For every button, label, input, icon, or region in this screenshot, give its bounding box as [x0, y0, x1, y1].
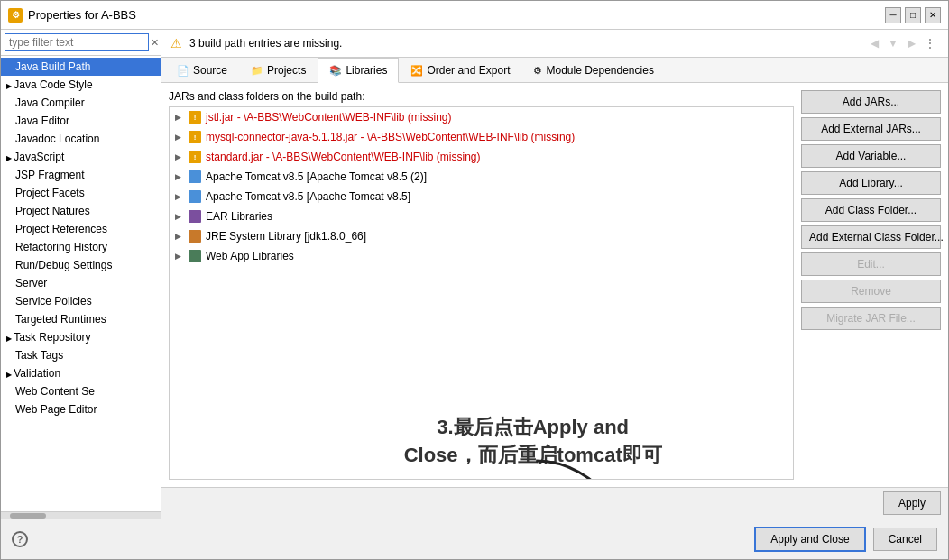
- cancel-button[interactable]: Cancel: [873, 528, 937, 551]
- apply-button[interactable]: Apply: [883, 491, 941, 515]
- jar-item-tomcat-v85-2[interactable]: ▶Apache Tomcat v8.5 [Apache Tomcat v8.5]: [170, 187, 793, 207]
- jar-text-mysql-connector: mysql-connector-java-5.1.18.jar - \A-BBS…: [206, 131, 575, 143]
- sidebar-item-targeted-runtimes[interactable]: Targeted Runtimes: [1, 310, 161, 328]
- expand-icon: ▶: [175, 133, 184, 142]
- jar-item-web-app-libs[interactable]: ▶Web App Libraries: [170, 246, 793, 266]
- jar-item-standard-jar[interactable]: ▶!standard.jar - \A-BBS\WebContent\WEB-I…: [170, 147, 793, 167]
- migrate-jar-file-button[interactable]: Migrate JAR File...: [801, 307, 941, 330]
- jar-text-tomcat-v85-1: Apache Tomcat v8.5 [Apache Tomcat v8.5 (…: [206, 170, 427, 183]
- panel-label: JARs and class folders on the build path…: [169, 90, 794, 103]
- expand-icon: ▶: [175, 192, 184, 201]
- remove-button[interactable]: Remove: [801, 280, 941, 303]
- sidebar-item-java-build-path[interactable]: Java Build Path: [1, 58, 161, 76]
- sidebar-item-javascript[interactable]: JavaScript: [1, 148, 161, 166]
- help-button[interactable]: ?: [12, 531, 28, 547]
- panel-right: Add JARs... Add External JARs... Add Var…: [801, 90, 941, 480]
- sidebar-item-java-code-style[interactable]: Java Code Style: [1, 76, 161, 94]
- add-library-button[interactable]: Add Library...: [801, 171, 941, 195]
- build-path-content: 📄Source📁Projects📚Libraries🔀Order and Exp…: [161, 58, 948, 487]
- add-external-class-folder-button[interactable]: Add External Class Folder...: [801, 225, 941, 249]
- sidebar-item-web-page-editor[interactable]: Web Page Editor: [1, 400, 161, 418]
- sidebar-item-task-repository[interactable]: Task Repository: [1, 328, 161, 346]
- main-content: ✕ Java Build PathJava Code StyleJava Com…: [1, 30, 948, 519]
- nav-down-button[interactable]: ▼: [884, 35, 902, 51]
- sidebar-item-server[interactable]: Server: [1, 274, 161, 292]
- jar-item-jre-system[interactable]: ▶JRE System Library [jdk1.8.0_66]: [170, 226, 793, 246]
- jar-item-jstl-jar[interactable]: ▶!jstl.jar - \A-BBS\WebContent\WEB-INF\l…: [170, 107, 793, 127]
- sidebar-list: Java Build PathJava Code StyleJava Compi…: [1, 56, 161, 511]
- tab-label-source: Source: [193, 64, 227, 77]
- sidebar-item-task-tags[interactable]: Task Tags: [1, 346, 161, 364]
- bottom-left: ?: [12, 531, 28, 547]
- properties-window: ⚙ Properties for A-BBS ─ □ ✕ ✕ Java Buil…: [0, 0, 949, 560]
- add-external-jars-button[interactable]: Add External JARs...: [801, 117, 941, 141]
- sidebar-item-java-compiler[interactable]: Java Compiler: [1, 94, 161, 112]
- jar-text-tomcat-v85-2: Apache Tomcat v8.5 [Apache Tomcat v8.5]: [206, 190, 410, 203]
- sidebar-item-validation[interactable]: Validation: [1, 364, 161, 382]
- title-bar-left: ⚙ Properties for A-BBS: [8, 8, 136, 23]
- tab-icon-projects: 📁: [251, 65, 263, 77]
- expand-icon: ▶: [175, 212, 184, 221]
- sidebar-scrollbar[interactable]: [1, 511, 161, 519]
- jar-item-tomcat-v85-1[interactable]: ▶Apache Tomcat v8.5 [Apache Tomcat v8.5 …: [170, 167, 793, 187]
- window-icon: ⚙: [8, 8, 23, 23]
- jar-text-standard-jar: standard.jar - \A-BBS\WebContent\WEB-INF…: [206, 151, 481, 163]
- tab-order-and-export[interactable]: 🔀Order and Export: [399, 58, 521, 82]
- maximize-button[interactable]: □: [905, 7, 921, 23]
- search-box: ✕: [1, 30, 161, 56]
- close-button[interactable]: ✕: [925, 7, 941, 23]
- bottom-bar: ? Apply and Close Cancel: [1, 519, 948, 559]
- tab-module-dependencies[interactable]: ⚙Module Dependencies: [521, 58, 665, 82]
- apply-section: Apply and Close Cancel: [754, 527, 937, 552]
- sidebar-item-java-editor[interactable]: Java Editor: [1, 112, 161, 130]
- jar-missing-icon: !: [188, 110, 202, 124]
- tab-projects[interactable]: 📁Projects: [239, 58, 318, 82]
- nav-arrows: ◀ ▼ ▶ ⋮: [867, 35, 939, 51]
- warning-text: 3 build path entries are missing.: [189, 37, 342, 50]
- nav-forward-button[interactable]: ▶: [904, 35, 919, 51]
- jar-item-mysql-connector[interactable]: ▶!mysql-connector-java-5.1.18.jar - \A-B…: [170, 127, 793, 147]
- tab-source[interactable]: 📄Source: [165, 58, 239, 82]
- expand-icon: ▶: [175, 113, 184, 122]
- tab-icon-module-dependencies: ⚙: [533, 65, 542, 77]
- add-class-folder-button[interactable]: Add Class Folder...: [801, 198, 941, 222]
- nav-back-button[interactable]: ◀: [867, 35, 882, 51]
- nav-menu-button[interactable]: ⋮: [921, 35, 939, 51]
- warning-bar: ⚠ 3 build path entries are missing. ◀ ▼ …: [161, 30, 948, 58]
- sidebar-item-project-facets[interactable]: Project Facets: [1, 184, 161, 202]
- sidebar-item-web-content-se[interactable]: Web Content Se: [1, 382, 161, 400]
- minimize-button[interactable]: ─: [885, 7, 901, 23]
- expand-icon: ▶: [175, 172, 184, 181]
- jar-missing-icon: !: [188, 150, 202, 164]
- sidebar-item-project-natures[interactable]: Project Natures: [1, 202, 161, 220]
- jar-text-jre-system: JRE System Library [jdk1.8.0_66]: [206, 230, 366, 243]
- jar-text-ear-libraries: EAR Libraries: [206, 210, 272, 223]
- tab-icon-libraries: 📚: [329, 65, 342, 77]
- sidebar-item-service-policies[interactable]: Service Policies: [1, 292, 161, 310]
- annotation-overlay: 3.最后点击Apply and Close，而后重启tomcat即可: [404, 414, 662, 470]
- tab-label-projects: Projects: [267, 64, 306, 77]
- sidebar-item-javadoc-location[interactable]: Javadoc Location: [1, 130, 161, 148]
- expand-icon: ▶: [175, 232, 184, 241]
- edit-button[interactable]: Edit...: [801, 252, 941, 276]
- jre-icon: [188, 229, 202, 243]
- add-jars-button[interactable]: Add JARs...: [801, 90, 941, 114]
- tomcat-icon: [188, 170, 202, 184]
- search-input[interactable]: [5, 33, 149, 51]
- jar-item-ear-libraries[interactable]: ▶EAR Libraries: [170, 207, 793, 226]
- scroll-thumb: [10, 513, 46, 519]
- ear-icon: [188, 209, 202, 224]
- add-variable-button[interactable]: Add Variable...: [801, 144, 941, 168]
- jar-missing-icon: !: [188, 130, 202, 144]
- sidebar-item-jsp-fragment[interactable]: JSP Fragment: [1, 166, 161, 184]
- expand-icon: ▶: [175, 152, 184, 161]
- apply-and-close-button[interactable]: Apply and Close: [754, 527, 865, 552]
- sidebar-item-refactoring-history[interactable]: Refactoring History: [1, 238, 161, 256]
- tab-libraries[interactable]: 📚Libraries: [318, 58, 399, 83]
- sidebar-item-project-references[interactable]: Project References: [1, 220, 161, 238]
- tab-icon-order-and-export: 🔀: [410, 65, 423, 77]
- sidebar-item-run-debug-settings[interactable]: Run/Debug Settings: [1, 256, 161, 274]
- search-clear-button[interactable]: ✕: [151, 35, 159, 50]
- annotation-arrow: [527, 452, 635, 480]
- tab-label-module-dependencies: Module Dependencies: [546, 64, 653, 77]
